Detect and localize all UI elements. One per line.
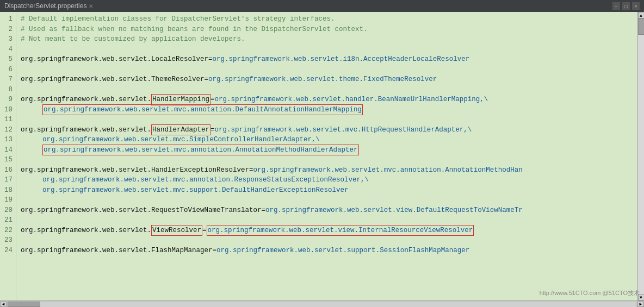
minimize-button[interactable]: − — [612, 2, 620, 10]
watermark-text: http://www.51CTO.com @51CTO技术 — [540, 289, 640, 297]
code-line-20: org.springframework.web.servlet.RequestT… — [21, 205, 633, 216]
code-line-24: org.springframework.web.servlet.FlashMap… — [21, 246, 633, 256]
line10-highlight: org.springframework.web.servlet.mvc.anno… — [42, 104, 363, 116]
line7-key: org.springframework.web.servlet.ThemeRes… — [21, 74, 205, 85]
line24-value: org.springframework.web.servlet.support.… — [216, 246, 469, 256]
tab-close-icon[interactable]: ✕ — [89, 3, 93, 9]
code-line-9: org.springframework.web.servlet.HandlerM… — [21, 95, 633, 105]
line13-text: org.springframework.web.servlet.mvc.Simp… — [42, 135, 320, 145]
code-area[interactable]: # Default implementation classes for Dis… — [16, 12, 637, 300]
code-line-12: org.springframework.web.servlet.HandlerA… — [21, 125, 633, 135]
code-line-11 — [21, 115, 633, 125]
line12-key-highlight: HandlerAdapter — [151, 124, 210, 136]
line12-key-pre: org.springframework.web.servlet. — [21, 125, 151, 135]
code-line-5: org.springframework.web.servlet.LocaleRe… — [21, 54, 633, 65]
editor-window: DispatcherServlet.properties ✕ − □ × 123… — [0, 0, 644, 307]
line3-text: # Not meant to be customized by applicat… — [21, 34, 245, 45]
maximize-button[interactable]: □ — [622, 2, 630, 10]
line18-text: org.springframework.web.servlet.mvc.supp… — [42, 185, 349, 196]
scroll-up-button[interactable]: ▲ — [638, 12, 645, 18]
line9-value: org.springframework.web.servlet.handler.… — [215, 95, 488, 105]
line16-key: org.springframework.web.servlet.HandlerE… — [21, 165, 249, 176]
close-button[interactable]: × — [632, 2, 640, 10]
tab-title: DispatcherServlet.properties — [4, 2, 86, 10]
line17-text: org.springframework.web.servlet.mvc.anno… — [42, 175, 369, 185]
line20-key: org.springframework.web.servlet.RequestT… — [21, 205, 262, 216]
line12-value: org.springframework.web.servlet.mvc.Http… — [215, 125, 472, 135]
code-line-13: org.springframework.web.servlet.mvc.Simp… — [21, 135, 633, 145]
line-numbers: 1234 5678 9101112 13141516 17181920 2122… — [0, 12, 16, 300]
line1-text: # Default implementation classes for Dis… — [21, 14, 335, 24]
scroll-left-button[interactable]: ◀ — [0, 302, 7, 307]
line5-key: org.springframework.web.servlet.LocaleRe… — [21, 54, 208, 65]
line5-value: org.springframework.web.servlet.i18n.Acc… — [213, 54, 470, 65]
code-line-23 — [21, 235, 633, 246]
code-line-10: org.springframework.web.servlet.mvc.anno… — [21, 105, 633, 115]
code-line-16: org.springframework.web.servlet.HandlerE… — [21, 165, 633, 176]
code-line-1: # Default implementation classes for Dis… — [21, 14, 633, 24]
scroll-thumb-horizontal[interactable] — [8, 302, 40, 307]
code-line-7: org.springframework.web.servlet.ThemeRes… — [21, 74, 633, 85]
code-line-22: org.springframework.web.servlet.ViewReso… — [21, 225, 633, 236]
scroll-thumb-vertical[interactable] — [638, 18, 645, 35]
window-controls: − □ × — [612, 2, 640, 10]
line22-value-highlight: org.springframework.web.servlet.view.Int… — [207, 225, 474, 236]
horizontal-scrollbar[interactable]: ◀ ▶ http://www.51CTO.com @51CTO技术 — [0, 300, 644, 307]
title-bar: DispatcherServlet.properties ✕ − □ × — [0, 0, 644, 12]
code-line-8 — [21, 85, 633, 95]
code-line-4 — [21, 45, 633, 55]
code-line-2: # Used as fallback when no matching bean… — [21, 24, 633, 35]
code-line-6 — [21, 65, 633, 75]
code-line-17: org.springframework.web.servlet.mvc.anno… — [21, 175, 633, 185]
line24-key: org.springframework.web.servlet.FlashMap… — [21, 246, 213, 256]
scroll-track-vertical[interactable] — [638, 18, 645, 294]
code-line-14: org.springframework.web.servlet.mvc.anno… — [21, 145, 633, 155]
line22-key-highlight: ViewResolver — [151, 225, 202, 236]
line22-key-pre: org.springframework.web.servlet. — [21, 225, 151, 236]
line9-key-highlight: HandlerMapping — [151, 94, 210, 105]
line2-text: # Used as fallback when no matching bean… — [21, 24, 368, 35]
code-line-21 — [21, 215, 633, 225]
line7-value: org.springframework.web.servlet.theme.Fi… — [208, 74, 437, 85]
code-line-19 — [21, 195, 633, 205]
line9-key-pre: org.springframework.web.servlet. — [21, 95, 151, 105]
code-line-18: org.springframework.web.servlet.mvc.supp… — [21, 185, 633, 196]
line14-highlight: org.springframework.web.servlet.mvc.anno… — [42, 145, 359, 156]
scroll-right-button[interactable]: ▶ — [637, 302, 644, 307]
scroll-track-horizontal[interactable] — [8, 302, 636, 307]
line16-value: org.springframework.web.servlet.mvc.anno… — [253, 165, 523, 176]
line20-value: org.springframework.web.servlet.view.Def… — [265, 205, 523, 216]
code-line-15 — [21, 155, 633, 165]
code-line-3: # Not meant to be customized by applicat… — [21, 34, 633, 45]
editor-body: 1234 5678 9101112 13141516 17181920 2122… — [0, 12, 644, 300]
vertical-scrollbar[interactable]: ▲ ▼ — [637, 12, 644, 300]
